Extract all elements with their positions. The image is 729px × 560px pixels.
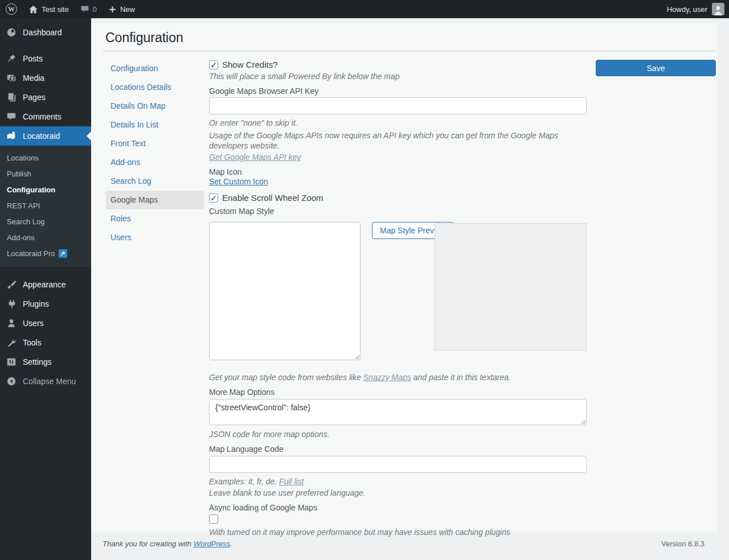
language-help-1: Examples: it, fr, de. Full list [209, 476, 587, 487]
comments-count: 0 [93, 5, 97, 14]
sidebar-item-plugins[interactable]: Plugins [0, 294, 91, 314]
sidebar-item-comments[interactable]: Comments [0, 107, 91, 126]
site-link[interactable]: Test site [23, 0, 75, 18]
pushpin-icon [6, 53, 17, 64]
collapse-menu-button[interactable]: Collapse Menu [0, 372, 91, 391]
sidebar-item-label: Users [23, 319, 44, 328]
submenu-item-add-ons[interactable]: Add-ons [0, 229, 91, 245]
tab-add-ons[interactable]: Add-ons [106, 153, 204, 172]
async-label: Async loading of Google Maps [209, 503, 587, 513]
new-label: New [120, 5, 135, 14]
sidebar-item-users[interactable]: Users [0, 314, 91, 333]
tab-users[interactable]: Users [106, 228, 204, 247]
sidebar-item-tools[interactable]: Tools [0, 333, 91, 352]
async-row [209, 514, 587, 524]
admin-bar-left: W Test site 0 New [0, 0, 141, 18]
map-icon-label: Map Icon [209, 167, 587, 177]
wordpress-logo-icon: W [6, 3, 17, 15]
submenu-item-search-log[interactable]: Search Log [0, 213, 91, 229]
plug-icon [6, 298, 17, 310]
tab-details-in-list[interactable]: Details In List [106, 116, 204, 134]
show-credits-checkbox[interactable] [209, 60, 218, 69]
snazzy-maps-link[interactable]: Snazzy Maps [363, 373, 411, 382]
save-column: Save [596, 60, 716, 76]
comments-icon [6, 111, 17, 122]
submenu-item-configuration[interactable]: Configuration [0, 182, 91, 197]
external-link-icon [59, 249, 67, 258]
show-credits-help: This will place a small Powered By link … [209, 71, 587, 81]
menu-separator [0, 42, 91, 49]
sidebar-item-label: Comments [23, 112, 62, 121]
api-key-link-row: Get Google Maps API key [209, 152, 587, 162]
tab-configuration[interactable]: Configuration [106, 59, 204, 78]
footer-thanks: Thank you for creating with WordPress. [103, 540, 232, 548]
wrench-icon [6, 337, 17, 348]
tab-locations-details[interactable]: Locations Details [106, 78, 204, 97]
tab-front-text[interactable]: Front Text [106, 134, 204, 153]
submenu-item-locations[interactable]: Locations [0, 150, 91, 166]
full-list-link[interactable]: Full list [279, 477, 304, 486]
avatar[interactable] [712, 3, 724, 15]
async-checkbox[interactable] [209, 514, 218, 524]
map-style-row: Map Style Preview [209, 222, 587, 362]
home-icon [28, 5, 38, 14]
get-api-key-link[interactable]: Get Google Maps API key [209, 153, 301, 162]
sidebar-item-label: Tools [23, 338, 42, 347]
howdy-text[interactable]: Howdy, user [667, 5, 707, 14]
api-key-help-2: Usage of the Google Maps APIs now requir… [209, 130, 587, 151]
sidebar-item-locatoraid[interactable]: Locatoraid [0, 126, 91, 146]
submenu-item-rest-api[interactable]: REST API [0, 197, 91, 213]
api-key-help-1: Or enter "none" to skip it. [209, 118, 587, 128]
menu-separator [0, 267, 91, 275]
sidebar-item-label: Posts [23, 54, 43, 63]
title-divider [103, 51, 716, 51]
locatoraid-submenu: Locations Publish Configuration REST API… [0, 146, 91, 267]
sidebar-item-label: Appearance [23, 280, 66, 289]
sidebar-item-media[interactable]: Media [0, 68, 91, 88]
language-input[interactable] [209, 456, 587, 473]
set-custom-icon-row: Set Custom Icon [209, 177, 587, 186]
more-options-textarea[interactable]: {"streetViewControl": false} [209, 399, 587, 425]
sidebar-item-settings[interactable]: Settings [0, 352, 91, 372]
api-key-label: Google Maps Browser API Key [209, 86, 587, 96]
configuration-panel: Configuration Configuration Locations De… [91, 23, 718, 533]
api-key-input[interactable] [209, 97, 587, 114]
sidebar-item-dashboard[interactable]: Dashboard [0, 23, 91, 42]
sidebar-item-pages[interactable]: Pages [0, 88, 91, 107]
scroll-wheel-row: Enable Scroll Wheel Zoom [209, 193, 587, 203]
tab-google-maps[interactable]: Google Maps [106, 191, 204, 209]
wordpress-link[interactable]: WordPress [194, 540, 230, 548]
new-content-menu[interactable]: New [103, 0, 141, 18]
submenu-item-locatoraid-pro[interactable]: Locatoraid Pro [0, 245, 91, 261]
tab-details-on-map[interactable]: Details On Map [106, 97, 204, 116]
submenu-item-publish[interactable]: Publish [0, 166, 91, 182]
save-button[interactable]: Save [596, 60, 716, 76]
sidebar-item-appearance[interactable]: Appearance [0, 275, 91, 294]
sliders-icon [6, 356, 17, 368]
plus-icon [108, 5, 117, 14]
more-options-help: JSON code for more map options. [209, 429, 587, 439]
tab-roles[interactable]: Roles [106, 209, 204, 228]
current-item-arrow [87, 131, 91, 141]
show-credits-label[interactable]: Show Credits? [222, 60, 278, 69]
set-custom-icon-link[interactable]: Set Custom Icon [209, 177, 268, 186]
scroll-wheel-checkbox[interactable] [209, 193, 218, 203]
custom-map-style-textarea[interactable] [209, 222, 361, 360]
pages-icon [6, 92, 17, 103]
async-help: With turned on it may improve performanc… [209, 527, 587, 537]
map-style-help: Get your map style code from websites li… [209, 372, 587, 382]
sidebar-item-label: Settings [23, 357, 52, 367]
admin-bar-right: Howdy, user [667, 0, 729, 18]
google-maps-settings-form: Show Credits? This will place a small Po… [209, 57, 587, 537]
sidebar-item-posts[interactable]: Posts [0, 49, 91, 68]
scroll-wheel-label[interactable]: Enable Scroll Wheel Zoom [222, 193, 323, 203]
sidebar-item-label: Collapse Menu [23, 377, 76, 386]
tab-search-log[interactable]: Search Log [106, 172, 204, 191]
admin-bar: W Test site 0 New Howdy, user [0, 0, 729, 18]
sidebar-item-label: Media [23, 73, 44, 83]
dashboard-icon [6, 27, 17, 38]
comments-shortcut[interactable]: 0 [75, 0, 103, 18]
wordpress-logo-menu[interactable]: W [0, 0, 23, 18]
map-pin-icon [6, 130, 17, 142]
user-icon [6, 318, 17, 329]
